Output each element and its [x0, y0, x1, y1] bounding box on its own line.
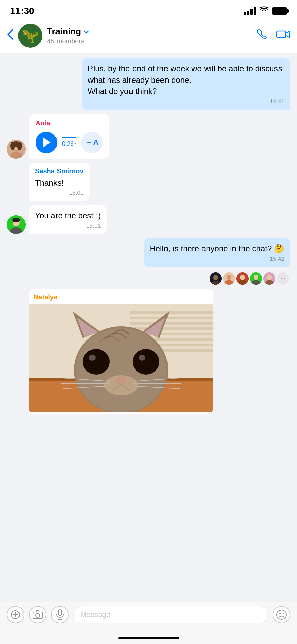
translate-icon: →A — [85, 138, 98, 147]
header-actions — [256, 28, 290, 43]
chat-area: Plus, by the end of the week we will be … — [0, 53, 297, 602]
svg-point-65 — [277, 610, 286, 619]
message-timestamp: 14:41 — [88, 98, 284, 105]
read-receipts: ··· — [7, 272, 289, 285]
message-timestamp: 15:01 — [35, 223, 101, 229]
message-row: Natalya — [7, 289, 290, 414]
message-input[interactable]: Message — [73, 606, 268, 623]
more-receipts-button[interactable]: ··· — [277, 272, 289, 285]
receipt-avatar — [223, 272, 235, 285]
svg-point-67 — [283, 613, 284, 614]
voice-duration: 0:26 — [62, 140, 74, 148]
add-button[interactable] — [7, 606, 24, 623]
battery-icon — [272, 7, 287, 15]
wifi-icon — [259, 6, 269, 16]
video-call-icon[interactable] — [276, 29, 290, 42]
avatar — [7, 215, 26, 234]
group-members-count: 45 members — [47, 37, 256, 45]
receipt-avatar — [236, 272, 249, 285]
incoming-bubble: Sasha Smirnov Thanks! 15:01 — [29, 163, 90, 201]
svg-rect-30 — [130, 317, 213, 319]
svg-rect-31 — [130, 322, 213, 325]
message-row: Plus, by the end of the week we will be … — [7, 58, 290, 110]
group-avatar: 🦖 — [18, 24, 42, 48]
svg-point-61 — [36, 613, 40, 617]
message-row: Sasha Smirnov Thanks! 15:01 — [7, 163, 290, 201]
sender-name: Sasha Smirnov — [35, 167, 84, 175]
chat-header: 🦖 Training 45 members — [0, 20, 297, 53]
svg-point-12 — [12, 218, 20, 222]
avatar — [7, 140, 26, 159]
message-row: Hello, is there anyone in the chat? 🤔 15… — [7, 238, 290, 267]
message-text: Hello, is there anyone in the chat? 🤔 — [150, 243, 284, 254]
outgoing-bubble: Plus, by the end of the week we will be … — [82, 58, 290, 110]
message-placeholder: Message — [80, 610, 110, 619]
status-icons — [244, 6, 287, 16]
message-timestamp: 15:42 — [150, 256, 284, 262]
play-button[interactable] — [36, 132, 57, 153]
image-bubble: Natalya — [29, 289, 213, 414]
message-text: Plus, by the end of the week we will be … — [88, 63, 284, 97]
svg-point-45 — [83, 349, 110, 375]
svg-point-20 — [240, 275, 245, 280]
photo-button[interactable] — [29, 606, 46, 623]
svg-point-47 — [89, 355, 96, 361]
outgoing-bubble: Hello, is there anyone in the chat? 🤔 15… — [144, 238, 290, 267]
call-icon[interactable] — [256, 28, 268, 43]
svg-rect-32 — [130, 327, 213, 330]
message-text: You are the best :) — [35, 210, 101, 221]
waveform: 0:26 • — [62, 137, 76, 148]
svg-rect-62 — [58, 610, 62, 616]
group-name[interactable]: Training — [47, 26, 256, 37]
sender-name: Ania — [36, 119, 103, 127]
microphone-button[interactable] — [51, 606, 69, 623]
receipt-avatar — [210, 272, 222, 285]
svg-point-46 — [133, 349, 159, 375]
receipt-avatar — [263, 272, 275, 285]
status-bar: 11:30 — [0, 0, 297, 20]
message-row: Ania 0:26 • →A — [7, 114, 290, 159]
svg-point-6 — [10, 142, 15, 150]
incoming-bubble: You are the best :) 15:01 — [29, 205, 107, 234]
svg-rect-0 — [277, 31, 286, 38]
avatar-placeholder — [7, 395, 26, 414]
svg-rect-29 — [130, 311, 213, 314]
back-button[interactable] — [7, 28, 14, 43]
home-bar — [118, 637, 179, 639]
status-time: 11:30 — [10, 6, 34, 17]
svg-point-26 — [267, 275, 272, 280]
svg-point-56 — [104, 375, 138, 395]
group-info: Training 45 members — [47, 26, 256, 45]
svg-point-48 — [139, 355, 145, 361]
svg-point-23 — [254, 275, 258, 280]
play-triangle-icon — [43, 138, 51, 147]
shared-image — [29, 304, 213, 414]
group-name-text: Training — [47, 26, 81, 37]
message-text: Thanks! — [35, 177, 84, 189]
svg-point-66 — [279, 613, 281, 614]
svg-point-7 — [17, 142, 22, 150]
svg-point-17 — [227, 275, 231, 280]
translate-button[interactable]: →A — [81, 132, 103, 153]
chevron-down-icon — [84, 28, 89, 35]
input-bar: Message — [0, 602, 297, 634]
receipt-avatar — [250, 272, 262, 285]
message-timestamp: 15:01 — [35, 190, 84, 196]
svg-point-14 — [213, 275, 218, 280]
home-indicator — [0, 634, 297, 644]
signal-bars-icon — [244, 7, 256, 15]
avatar-placeholder — [7, 182, 26, 201]
voice-message-bubble: Ania 0:26 • →A — [29, 114, 109, 159]
voice-row: 0:26 • →A — [36, 132, 103, 153]
message-row: You are the best :) 15:01 — [7, 205, 290, 234]
emoji-button[interactable] — [273, 606, 290, 623]
sender-name: Natalya — [34, 293, 209, 301]
